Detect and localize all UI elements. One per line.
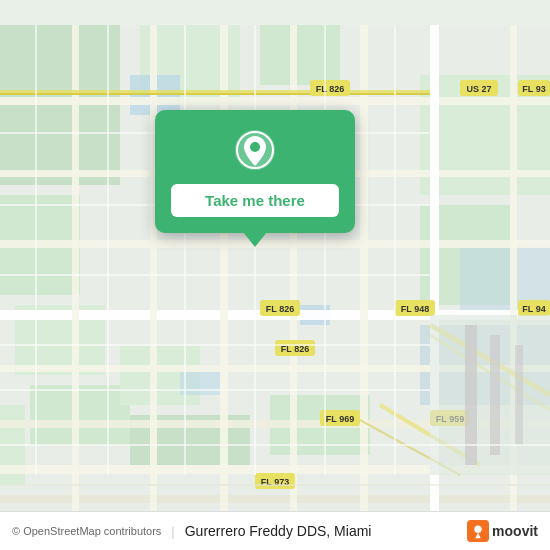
- map-attribution: © OpenStreetMap contributors: [12, 525, 161, 537]
- svg-rect-63: [490, 335, 500, 455]
- take-me-there-button[interactable]: Take me there: [171, 184, 339, 217]
- map-background: FL 826 US 27 FL 93 FL 826 FL 826 FL 826 …: [0, 0, 550, 550]
- svg-rect-11: [260, 25, 340, 85]
- bottom-bar: © OpenStreetMap contributors | Gurerrero…: [0, 511, 550, 550]
- svg-text:FL 948: FL 948: [401, 304, 429, 314]
- moovit-branding: moovit: [467, 520, 538, 542]
- svg-text:FL 93: FL 93: [522, 84, 545, 94]
- svg-text:FL 94: FL 94: [522, 304, 545, 314]
- svg-rect-34: [0, 93, 430, 95]
- svg-rect-64: [515, 345, 523, 445]
- svg-point-80: [250, 142, 260, 152]
- svg-text:FL 826: FL 826: [266, 304, 294, 314]
- location-card: Take me there: [155, 110, 355, 233]
- svg-rect-4: [30, 385, 130, 445]
- moovit-label: moovit: [492, 523, 538, 539]
- map-container: FL 826 US 27 FL 93 FL 826 FL 826 FL 826 …: [0, 0, 550, 550]
- moovit-logo-icon: [467, 520, 489, 542]
- svg-text:FL 826: FL 826: [316, 84, 344, 94]
- place-name: Gurerrero Freddy DDS, Miami: [185, 523, 372, 539]
- svg-text:FL 969: FL 969: [326, 414, 354, 424]
- svg-rect-25: [0, 495, 550, 503]
- map-pin-icon: [233, 128, 277, 172]
- svg-rect-18: [0, 97, 550, 105]
- svg-text:US 27: US 27: [466, 84, 491, 94]
- svg-rect-20: [0, 240, 550, 248]
- svg-point-82: [474, 526, 481, 533]
